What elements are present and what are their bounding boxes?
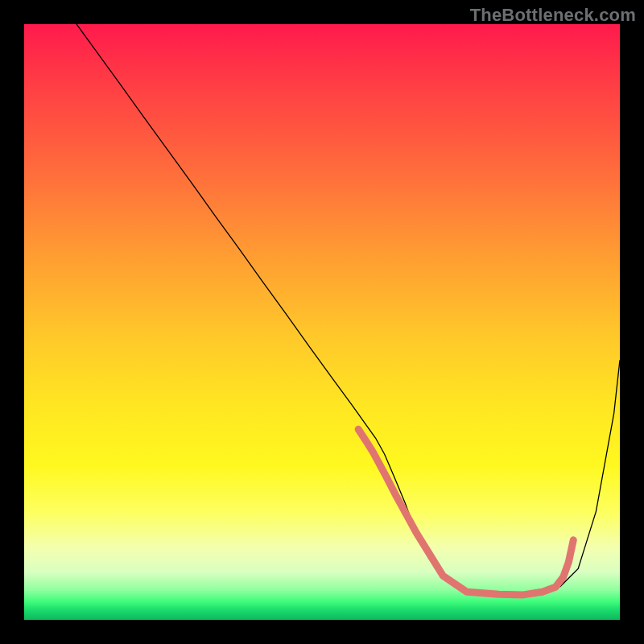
- optimal-band-marker: [358, 429, 573, 595]
- chart-svg: [24, 24, 620, 620]
- plot-area: [24, 24, 620, 620]
- chart-frame: TheBottleneck.com: [0, 0, 644, 644]
- curve-line: [76, 24, 620, 595]
- attribution-text: TheBottleneck.com: [470, 5, 636, 26]
